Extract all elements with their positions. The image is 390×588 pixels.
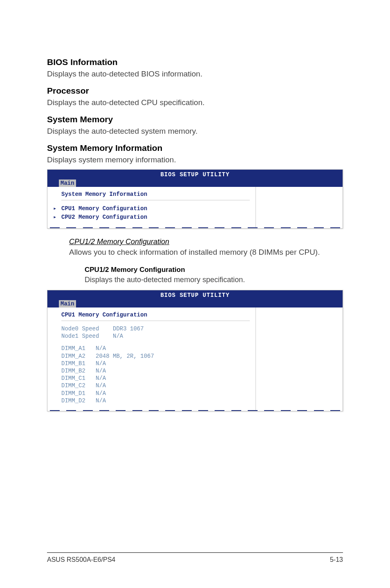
bios-node-row: Node1 Speed N/A (61, 332, 250, 340)
bios-section-title: CPU1 Memory Configuration (61, 312, 250, 318)
bios-dimm-row: DIMM_C1 N/A (61, 375, 250, 382)
bios-header: BIOS SETUP UTILITY Main (47, 290, 343, 307)
page-footer: ASUS RS500A-E6/PS4 5-13 (47, 552, 343, 563)
bios-dimm-row: DIMM_A2 2048 MB, 2R, 1067 (61, 352, 250, 360)
bios-dimm-row: DIMM_B1 N/A (61, 360, 250, 367)
bios-menu-cpu1: CPU1 Memory Configuration (53, 204, 250, 213)
heading-processor: Processor (47, 86, 343, 96)
bios-left-panel: CPU1 Memory Configuration Node0 Speed DD… (47, 307, 256, 410)
bios-divider (61, 321, 250, 321)
subheading-cpu-config: CPU1/2 Memory Configuration (69, 238, 343, 246)
bios-dimm-row: DIMM_D1 N/A (61, 390, 250, 397)
body-processor: Displays the auto-detected CPU specifica… (47, 98, 343, 107)
body-system-memory-info: Displays system memory information. (47, 155, 343, 164)
footer-product: ASUS RS500A-E6/PS4 (47, 556, 115, 563)
bios-header-title: BIOS SETUP UTILITY (160, 292, 229, 298)
bios-dimm-row: DIMM_D2 N/A (61, 397, 250, 404)
bios-content: CPU1 Memory Configuration Node0 Speed DD… (47, 307, 343, 410)
heading-system-memory-info: System Memory Information (47, 143, 343, 153)
bios-content: System Memory Information CPU1 Memory Co… (47, 187, 343, 227)
heading-system-memory: System Memory (47, 114, 343, 124)
bios-bottom-dashes (47, 227, 343, 228)
bios-tab-main: Main (59, 300, 76, 307)
bios-bottom-dashes (47, 410, 343, 411)
bios-right-panel (256, 187, 343, 227)
body-system-memory: Displays the auto-detected system memory… (47, 127, 343, 136)
bios-section-title: System Memory Information (61, 191, 250, 197)
bios-menu-cpu2: CPU2 Memory Configuration (53, 213, 250, 222)
bios-header-title: BIOS SETUP UTILITY (160, 171, 229, 178)
bios-header: BIOS SETUP UTILITY Main (47, 170, 343, 187)
bios-box-system-memory-info: BIOS SETUP UTILITY Main System Memory In… (47, 169, 343, 229)
bios-dimm-row: DIMM_B2 N/A (61, 367, 250, 375)
subbody-cpu-config: Allows you to check information of insta… (69, 248, 343, 257)
heading-bios-information: BIOS Information (47, 57, 343, 67)
bios-tab-main: Main (59, 180, 76, 187)
bios-box-cpu1-memory-config: BIOS SETUP UTILITY Main CPU1 Memory Conf… (47, 290, 343, 411)
bios-node-row: Node0 Speed DDR3 1067 (61, 325, 250, 332)
bios-left-panel: System Memory Information CPU1 Memory Co… (47, 187, 256, 227)
bios-dimm-row: DIMM_A1 N/A (61, 345, 250, 352)
subheading-cpu-config-bold: CPU1/2 Memory Configuration (85, 266, 343, 274)
footer-page-number: 5-13 (330, 556, 343, 563)
subbody-cpu-config-small: Displays the auto-detected memory specif… (85, 276, 343, 284)
bios-dimm-row: DIMM_C2 N/A (61, 382, 250, 389)
bios-right-panel (256, 307, 343, 410)
bios-divider (61, 200, 250, 200)
body-bios-information: Displays the auto-detected BIOS informat… (47, 70, 343, 79)
